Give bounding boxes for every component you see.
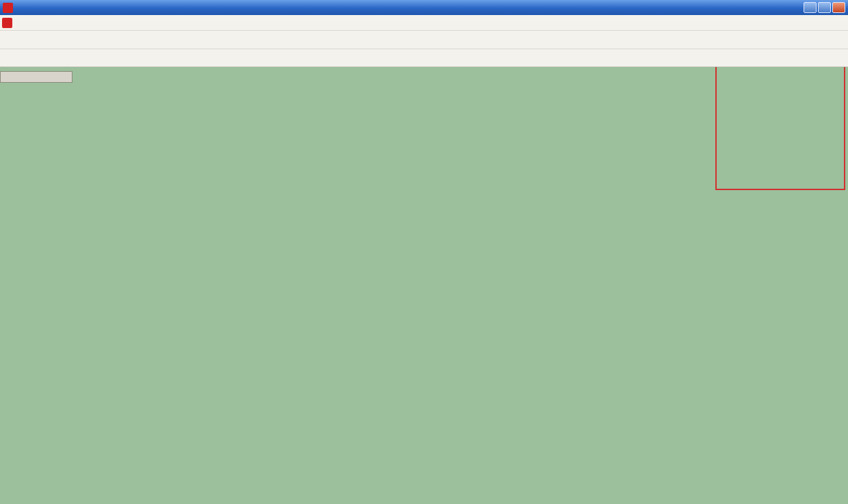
close-button[interactable]	[832, 2, 845, 13]
minimize-button[interactable]	[804, 2, 817, 13]
index-info-panel	[0, 71, 72, 83]
menubar	[0, 15, 848, 31]
titlebar	[0, 0, 848, 15]
main-toolbar	[0, 31, 848, 49]
app-logo-icon	[3, 3, 13, 13]
drawing-toolbar	[0, 49, 848, 67]
annotation-box	[715, 60, 845, 190]
maximize-button[interactable]	[818, 2, 831, 13]
menu-logo-icon	[2, 18, 12, 28]
index-name	[0, 71, 72, 83]
